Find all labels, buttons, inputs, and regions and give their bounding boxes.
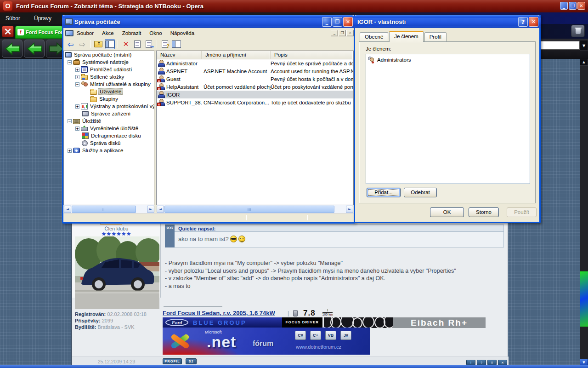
toolbar-panes-icon[interactable] [171,39,181,49]
toolbar-show-tree-icon[interactable] [105,39,115,49]
profile-button[interactable]: PROFIL [163,358,182,364]
page-scrollbar[interactable]: ▲ ▼ [580,59,588,366]
list-header: Název Jméno a příjmení Popis [157,51,353,59]
minimize-button[interactable]: _ [560,2,568,10]
cm-menu-okno[interactable]: Okno [145,30,166,36]
cm-menu-akce[interactable]: Akce [98,30,118,36]
apply-button[interactable]: Použít [507,207,537,217]
tab-profil[interactable]: Profil [424,32,447,42]
group-administrators[interactable]: Administrators [368,56,530,63]
group-icon [368,56,375,63]
cm-close-button[interactable]: ✕ [343,17,353,27]
cm-menu-zobrazit[interactable]: Zobrazit [118,30,146,36]
user-icon [158,68,164,75]
tree-item[interactable]: +Vyměnitelné úložiště [64,125,154,132]
user-icon [158,60,164,67]
tree-item[interactable]: Skupiny [64,95,154,103]
tree-item[interactable]: −Úložiště [64,117,154,125]
focus-driver-text: FOCUS DRIVER [282,317,322,328]
user-registration-info: Registrován: 02.02.2008 03:18 Příspěvky:… [75,311,160,330]
dotnet-text: .net [207,333,236,351]
remove-button[interactable]: Odebrat [404,188,437,197]
tree-item[interactable]: Správce zařízení [64,110,154,117]
menu-subor[interactable]: Súbor [6,15,20,22]
trash-icon[interactable] [571,25,585,37]
tree-item[interactable]: −Místní uživatelé a skupiny [64,80,154,88]
dialog-titlebar[interactable]: IGOR - vlastnosti ? ✕ [354,15,541,28]
eibach-banner[interactable]: Eibach Rh+ [324,317,486,328]
dotnet-forum-banner[interactable]: Microsoft .net fórum C# C+ VB J# www.dot… [163,328,370,355]
ford-blue-group-banner[interactable]: Ford BLUE GROUP FOCUS DRIVER [163,317,322,328]
menu-upravy[interactable]: Úpravy [34,15,51,22]
column-jmeno[interactable]: Jméno a příjmení [202,51,271,59]
bottom-strip [0,365,588,368]
mdi-minimize-button[interactable]: _ [331,30,338,36]
ok-button[interactable]: OK [430,207,464,217]
dialog-help-button[interactable]: ? [518,17,528,27]
tab-je-clenem[interactable]: Je členem [389,31,423,42]
add-button[interactable]: Přidat... [367,188,401,197]
tab-ford-focus-forum[interactable]: f Ford Focus For [15,26,63,39]
user-row-aspnet[interactable]: ASPNET ASP.NET Machine Account Account u… [157,67,353,75]
user-row-support[interactable]: SUPPORT_38... CN=Microsoft Corporation..… [157,98,353,106]
tree-item[interactable]: Správa počítače (místní) [64,51,154,58]
cancel-button[interactable]: Storno [469,207,499,217]
toolbar-back-icon[interactable]: ⇦ [66,39,76,49]
user-row-helpassistant[interactable]: HelpAssistant Účet pomoci vzdálené ploch… [157,83,353,91]
tree-item[interactable]: +Služby a aplikace [64,147,154,154]
list-scrollbar[interactable]: ◄ ► [157,205,353,213]
tree-item[interactable]: +Prohlížeč událostí [64,66,154,73]
tree-item[interactable]: Správa disků [64,139,154,147]
address-dropdown-button[interactable]: ▼ [580,40,588,51]
close-button[interactable]: ✕ [577,2,585,10]
cm-maximize-button[interactable]: ❒ [333,17,342,27]
toolbar-export-icon[interactable] [144,39,154,49]
reg-label: Registrován: [75,311,106,317]
eibach-text: Eibach Rh+ [393,317,486,328]
toolbar-delete-icon[interactable]: ✕ [121,39,131,49]
column-nazev[interactable]: Název [157,51,202,59]
cm-menu-soubor[interactable]: Soubor [73,30,98,36]
back-button-2[interactable] [24,40,45,58]
scroll-left-icon[interactable]: ◄ [157,206,164,213]
toolbar-up-folder-icon[interactable] [93,39,103,49]
post-footer: 25.12.2009 14:23 PROFIL S2 ! ? ‼ ✕ [72,356,509,365]
tree-item[interactable]: +Výstrahy a protokolování vý [64,103,154,110]
cm-menu-napoveda[interactable]: Nápověda [166,30,198,36]
post-body: - Pravym tlacidlom mysi na "My computer"… [165,259,505,290]
tree-item[interactable]: Defragmentace disku [64,132,154,139]
address-field[interactable] [538,41,580,50]
dialog-close-button[interactable]: ✕ [529,17,538,27]
cm-minimize-button[interactable]: _ [322,17,332,27]
user-icon [158,91,164,98]
cm-titlebar[interactable]: Správa počítače _ ❒ ✕ [62,15,355,28]
tree-scrollbar[interactable]: ◄ ► [64,205,154,213]
tab-obecne[interactable]: Obecné [360,32,388,42]
tree-item-uzivatele[interactable]: Uživatelé [64,88,154,95]
scroll-left-icon[interactable]: ◄ [64,206,71,213]
user-row-guest[interactable]: Guest Pevný účet hosta k počítači a v do… [157,75,353,83]
language-icons: C# C+ VB J# [295,331,351,340]
scroll-right-icon[interactable]: ► [346,206,353,213]
scrollbar-thumb[interactable] [580,271,588,327]
tree-item[interactable]: +Sdílené složky [64,73,154,80]
scroll-up-icon[interactable]: ▲ [580,59,588,66]
user-row-administrator[interactable]: Administrator Pevný účet ke správě počít… [157,59,353,67]
scroll-right-icon[interactable]: ► [147,206,154,213]
column-popis[interactable]: Popis [271,51,353,59]
user-row-igor[interactable]: IGOR [157,91,353,98]
mdi-restore-button[interactable]: ❐ [339,30,346,36]
panels-toggle-button[interactable] [2,26,14,37]
restore-button[interactable]: ❐ [569,2,577,10]
toolbar-properties-icon[interactable] [132,39,142,49]
toolbar-help-icon[interactable] [160,39,170,49]
tree-item[interactable]: −Systémové nástroje [64,58,154,66]
member-of-label: Je členem: [366,46,391,52]
mdi-close-button[interactable]: ✕ [346,30,354,36]
toolbar-forward-icon[interactable]: ⇨ [77,39,87,49]
back-button[interactable] [2,40,23,58]
member-of-list[interactable]: Administrators [366,54,530,184]
signature-link[interactable]: Ford Focus II Sedan, r.v. 2005, 1,6 74kW [163,310,275,316]
s2-button[interactable]: S2 [186,358,197,364]
ford-banner-text: BLUE GROUP [193,319,247,326]
